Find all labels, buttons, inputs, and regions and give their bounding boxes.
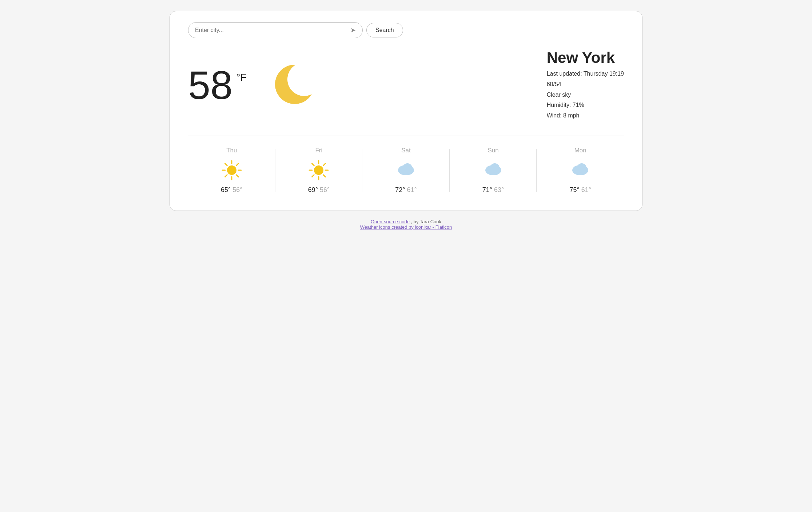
forecast-day-sun: Sun 71° 63°: [450, 143, 537, 197]
forecast-day-thu: Thu 65° 56°: [188, 143, 275, 197]
humidity: Humidity: 71%: [547, 100, 624, 111]
svg-line-10: [236, 164, 239, 166]
footer-line1: Open-source code , by Tara Cook: [360, 219, 452, 224]
svg-point-11: [314, 165, 323, 175]
forecast-temps: 69° 56°: [308, 186, 330, 194]
day-label: Mon: [574, 147, 586, 154]
high-low: 60/54: [547, 79, 624, 90]
forecast-lo: 56°: [320, 186, 330, 193]
forecast-lo: 61°: [581, 186, 591, 193]
svg-line-17: [312, 164, 314, 166]
svg-point-22: [403, 163, 412, 173]
day-label: Thu: [226, 147, 237, 154]
sun-icon: [308, 159, 330, 181]
day-label: Sun: [487, 147, 498, 154]
forecast-lo: 61°: [407, 186, 417, 193]
weather-card: ➤ Search 58 °F New York Last updated: Th…: [170, 11, 642, 211]
moon-icon: [272, 63, 316, 107]
svg-line-19: [323, 164, 326, 166]
search-input[interactable]: [195, 27, 350, 33]
cloud-icon: [395, 159, 417, 181]
condition: Clear sky: [547, 90, 624, 100]
svg-line-8: [225, 164, 227, 166]
forecast-section: Thu 65° 56° Fri 69° 56° Sat: [188, 136, 624, 197]
cloud-icon: [569, 159, 591, 181]
current-weather-section: 58 °F New York Last updated: Thursday 19…: [188, 49, 624, 121]
svg-point-2: [227, 165, 236, 175]
svg-point-25: [490, 163, 499, 173]
day-label: Sat: [401, 147, 411, 154]
city-info: New York Last updated: Thursday 19:19 60…: [547, 49, 624, 121]
forecast-hi: 72°: [395, 186, 405, 193]
forecast-hi: 69°: [308, 186, 318, 193]
forecast-temps: 72° 61°: [395, 186, 417, 194]
temperature-section: 58 °F: [188, 65, 247, 105]
temperature-value: 58: [188, 65, 232, 105]
forecast-hi: 65°: [221, 186, 231, 193]
forecast-hi: 71°: [482, 186, 492, 193]
svg-point-28: [577, 163, 586, 173]
forecast-hi: 75°: [569, 186, 579, 193]
svg-line-6: [225, 175, 227, 177]
forecast-temps: 65° 56°: [221, 186, 242, 194]
open-source-link[interactable]: Open-source code: [371, 219, 410, 224]
forecast-lo: 63°: [494, 186, 504, 193]
svg-line-4: [236, 175, 239, 177]
forecast-lo: 56°: [232, 186, 242, 193]
wind: Wind: 8 mph: [547, 111, 624, 121]
search-input-wrapper: ➤: [188, 22, 363, 38]
footer: Open-source code , by Tara Cook Weather …: [360, 219, 452, 230]
cloud-icon: [482, 159, 504, 181]
forecast-day-fri: Fri 69° 56°: [275, 143, 363, 197]
sun-icon: [221, 159, 243, 181]
last-updated: Last updated: Thursday 19:19: [547, 69, 624, 79]
city-name: New York: [547, 49, 624, 67]
day-label: Fri: [315, 147, 322, 154]
footer-line2: Weather icons created by iconixar - Flat…: [360, 224, 452, 230]
svg-line-13: [323, 175, 326, 177]
location-icon[interactable]: ➤: [350, 26, 356, 34]
forecast-day-sat: Sat 72° 61°: [362, 143, 450, 197]
forecast-day-mon: Mon 75° 61°: [537, 143, 624, 197]
search-bar: ➤ Search: [188, 22, 624, 38]
temperature-unit: °F: [236, 72, 246, 83]
moon-svg: [272, 63, 316, 107]
forecast-temps: 71° 63°: [482, 186, 504, 194]
forecast-temps: 75° 61°: [569, 186, 591, 194]
search-button[interactable]: Search: [366, 23, 403, 37]
flaticon-link[interactable]: Weather icons created by iconixar - Flat…: [360, 224, 452, 230]
svg-line-15: [312, 175, 314, 177]
footer-by-text: , by Tara Cook: [411, 219, 441, 224]
